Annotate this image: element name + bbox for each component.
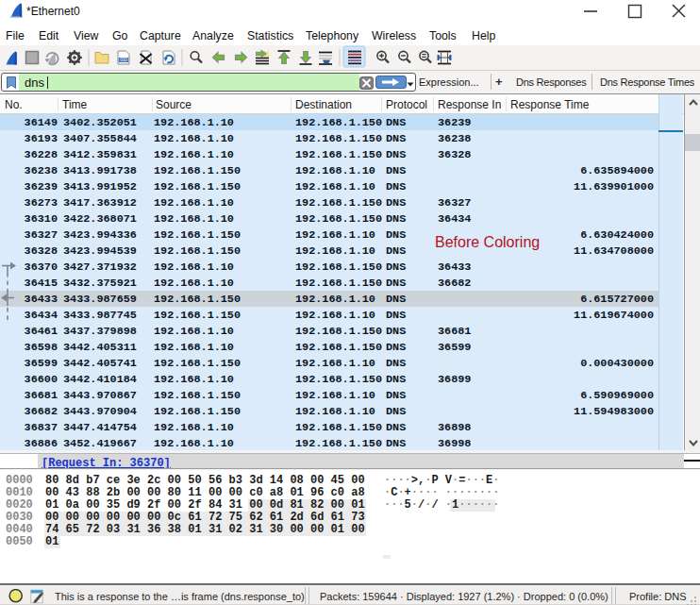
svg-text:010: 010 [120,58,127,62]
